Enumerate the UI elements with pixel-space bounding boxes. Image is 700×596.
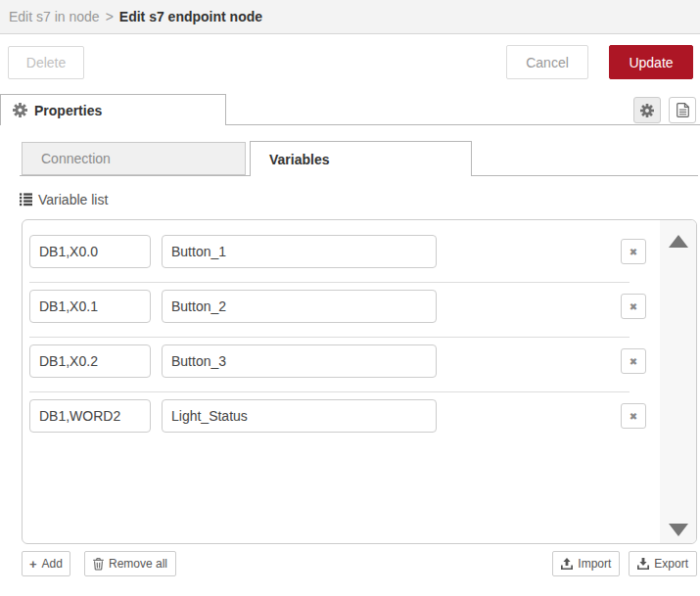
- add-button[interactable]: + Add: [22, 551, 70, 576]
- export-button[interactable]: Export: [629, 551, 697, 576]
- x-icon: ✖: [630, 356, 637, 367]
- variable-row: ✖: [23, 228, 660, 283]
- update-button[interactable]: Update: [609, 45, 693, 79]
- import-export-group: Import Export: [552, 551, 697, 576]
- x-icon: ✖: [630, 301, 637, 312]
- breadcrumb-separator: >: [106, 9, 114, 24]
- import-button-label: Import: [578, 557, 611, 571]
- tab-properties[interactable]: Properties: [0, 94, 226, 125]
- plus-icon: +: [29, 558, 37, 571]
- node-properties-toggle-button[interactable]: [633, 97, 661, 123]
- list-icon: [20, 193, 32, 206]
- cancel-button[interactable]: Cancel: [506, 45, 588, 79]
- variable-rows: ✖ ✖ ✖ ✖: [23, 228, 660, 447]
- variable-list: ✖ ✖ ✖ ✖: [22, 219, 697, 544]
- remove-row-button[interactable]: ✖: [621, 403, 646, 429]
- remove-row-button[interactable]: ✖: [621, 239, 646, 264]
- variable-list-label: Variable list: [20, 192, 108, 207]
- export-button-label: Export: [654, 557, 688, 571]
- variable-address-input[interactable]: [29, 235, 151, 268]
- scroll-down-button triangle-down-icon[interactable]: [669, 524, 688, 536]
- delete-button[interactable]: Delete: [8, 46, 84, 79]
- variable-row: ✖: [23, 283, 660, 338]
- properties-tab-label: Properties: [34, 103, 102, 118]
- node-description-button[interactable]: [669, 97, 696, 123]
- upload-icon: [561, 558, 573, 570]
- import-button[interactable]: Import: [552, 551, 620, 576]
- breadcrumb: Edit s7 in node > Edit s7 endpoint node: [0, 0, 700, 34]
- variable-address-input[interactable]: [29, 399, 151, 433]
- variable-row: ✖: [23, 338, 660, 392]
- file-text-icon: [677, 103, 689, 117]
- remove-all-button[interactable]: Remove all: [84, 551, 176, 576]
- download-icon: [637, 558, 649, 570]
- variable-address-input[interactable]: [29, 344, 151, 378]
- variable-name-input[interactable]: [162, 399, 437, 433]
- breadcrumb-parent[interactable]: Edit s7 in node: [9, 9, 100, 24]
- gear-icon: [13, 103, 27, 117]
- breadcrumb-current: Edit s7 endpoint node: [119, 9, 262, 24]
- remove-row-button[interactable]: ✖: [621, 348, 646, 374]
- tab-variables[interactable]: Variables: [250, 141, 472, 176]
- trash-icon: [93, 558, 104, 571]
- remove-all-button-label: Remove all: [109, 557, 167, 571]
- variable-name-input[interactable]: [162, 344, 437, 378]
- variable-row: ✖: [23, 392, 660, 447]
- x-icon: ✖: [630, 247, 637, 257]
- scroll-up-button triangle-up-icon[interactable]: [669, 235, 688, 248]
- gear-icon: [640, 104, 654, 117]
- add-button-label: Add: [42, 557, 63, 571]
- remove-row-button[interactable]: ✖: [621, 294, 646, 319]
- x-icon: ✖: [630, 411, 637, 422]
- variable-name-input[interactable]: [162, 235, 437, 268]
- variable-name-input[interactable]: [162, 290, 437, 323]
- variables-tab-label: Variables: [269, 152, 330, 167]
- scrollbar-track[interactable]: [660, 220, 696, 543]
- variable-address-input[interactable]: [29, 290, 151, 323]
- edit-s7-endpoint-dialog: Edit s7 in node > Edit s7 endpoint node …: [0, 0, 700, 596]
- connection-tab-label: Connection: [41, 151, 111, 166]
- tab-connection[interactable]: Connection: [22, 142, 246, 175]
- variable-list-label-text: Variable list: [38, 192, 108, 207]
